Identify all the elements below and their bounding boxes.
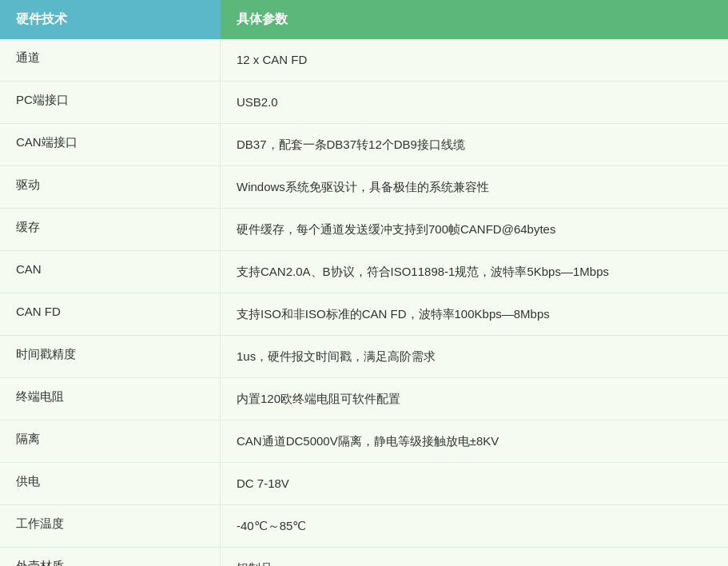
table-row: 驱动Windows系统免驱设计，具备极佳的系统兼容性 xyxy=(0,166,728,209)
row-label-6: CAN FD xyxy=(0,293,221,335)
table-row: 时间戳精度1us，硬件报文时间戳，满足高阶需求 xyxy=(0,336,728,378)
table-row: 外壳材质铝制品 xyxy=(0,548,728,566)
row-label-12: 外壳材质 xyxy=(0,548,221,566)
row-label-11: 工作温度 xyxy=(0,505,221,547)
table-row: 通道12 x CAN FD xyxy=(0,39,728,82)
table-row: 终端电阻内置120欧终端电阻可软件配置 xyxy=(0,378,728,421)
row-label-0: 通道 xyxy=(0,39,221,81)
table-row: 缓存硬件缓存，每个通道发送缓冲支持到700帧CANFD@64bytes xyxy=(0,209,728,251)
table-row: CAN FD支持ISO和非ISO标准的CAN FD，波特率100Kbps—8Mb… xyxy=(0,293,728,336)
row-value-6: 支持ISO和非ISO标准的CAN FD，波特率100Kbps—8Mbps xyxy=(221,293,728,335)
row-label-4: 缓存 xyxy=(0,209,221,250)
row-label-2: CAN端接口 xyxy=(0,124,221,165)
row-value-12: 铝制品 xyxy=(221,548,728,566)
row-label-3: 驱动 xyxy=(0,166,221,208)
table-header: 硬件技术 具体参数 xyxy=(0,0,728,39)
row-value-1: USB2.0 xyxy=(221,82,728,123)
row-label-5: CAN xyxy=(0,251,221,293)
row-value-8: 内置120欧终端电阻可软件配置 xyxy=(221,378,728,420)
row-value-0: 12 x CAN FD xyxy=(221,39,728,81)
table-row: 隔离CAN通道DC5000V隔离，静电等级接触放电±8KV xyxy=(0,421,728,463)
row-value-2: DB37，配套一条DB37转12个DB9接口线缆 xyxy=(221,124,728,165)
row-value-10: DC 7-18V xyxy=(221,463,728,504)
row-label-1: PC端接口 xyxy=(0,82,221,123)
row-value-4: 硬件缓存，每个通道发送缓冲支持到700帧CANFD@64bytes xyxy=(221,209,728,250)
table-row: 工作温度-40℃～85℃ xyxy=(0,505,728,548)
row-value-9: CAN通道DC5000V隔离，静电等级接触放电±8KV xyxy=(221,421,728,462)
row-label-9: 隔离 xyxy=(0,421,221,462)
header-params: 具体参数 xyxy=(221,0,728,39)
table-row: 供电DC 7-18V xyxy=(0,463,728,505)
table-row: CAN端接口DB37，配套一条DB37转12个DB9接口线缆 xyxy=(0,124,728,166)
row-value-7: 1us，硬件报文时间戳，满足高阶需求 xyxy=(221,336,728,377)
table-row: CAN支持CAN2.0A、B协议，符合ISO11898-1规范，波特率5Kbps… xyxy=(0,251,728,293)
table-body: 通道12 x CAN FDPC端接口USB2.0CAN端接口DB37，配套一条D… xyxy=(0,39,728,566)
row-label-7: 时间戳精度 xyxy=(0,336,221,377)
row-value-11: -40℃～85℃ xyxy=(221,505,728,547)
row-label-8: 终端电阻 xyxy=(0,378,221,420)
spec-table: 硬件技术 具体参数 通道12 x CAN FDPC端接口USB2.0CAN端接口… xyxy=(0,0,728,566)
header-technology: 硬件技术 xyxy=(0,0,221,39)
row-value-5: 支持CAN2.0A、B协议，符合ISO11898-1规范，波特率5Kbps—1M… xyxy=(221,251,728,293)
table-row: PC端接口USB2.0 xyxy=(0,82,728,124)
row-label-10: 供电 xyxy=(0,463,221,504)
row-value-3: Windows系统免驱设计，具备极佳的系统兼容性 xyxy=(221,166,728,208)
